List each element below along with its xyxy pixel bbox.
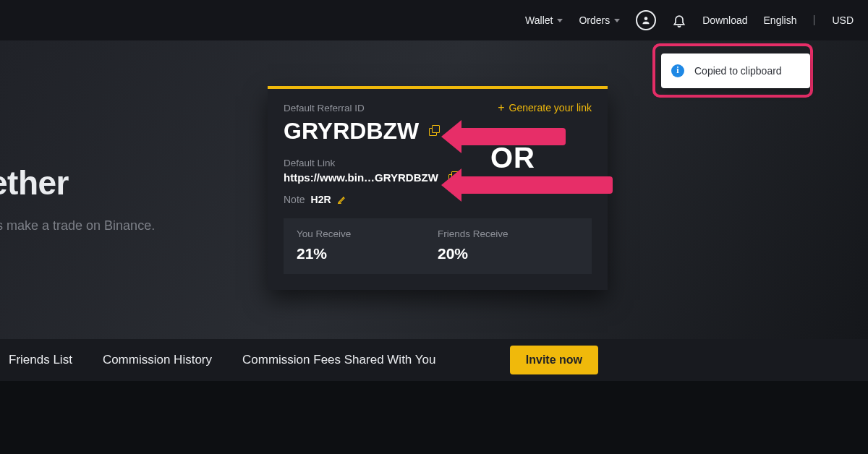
friends-receive-col: Friends Receive 20% bbox=[438, 228, 579, 262]
tab-commission-history[interactable]: Commission History bbox=[103, 353, 212, 367]
nav-wallet[interactable]: Wallet bbox=[525, 14, 563, 26]
svg-point-0 bbox=[644, 17, 648, 20]
referral-id-label: Default Referral ID bbox=[284, 103, 365, 113]
hero-title: ether bbox=[0, 163, 69, 202]
chevron-down-icon bbox=[614, 19, 620, 22]
copied-toast: i Copied to clipboard bbox=[661, 53, 810, 88]
default-link-label: Default Link bbox=[284, 158, 592, 168]
annotation-or-label: OR bbox=[490, 142, 535, 174]
info-icon: i bbox=[671, 64, 684, 77]
content-area bbox=[0, 381, 868, 454]
annotation-arrow-link bbox=[457, 176, 613, 194]
top-nav: Wallet Orders Download English USD bbox=[0, 0, 868, 40]
user-icon bbox=[641, 15, 651, 25]
friends-receive-label: Friends Receive bbox=[438, 228, 579, 239]
generate-link-button[interactable]: + Generate your link bbox=[498, 102, 592, 113]
referral-card-header: Default Referral ID + Generate your link bbox=[284, 102, 592, 113]
nav-orders[interactable]: Orders bbox=[579, 14, 620, 26]
hero-subtitle: ds make a trade on Binance. bbox=[0, 218, 155, 234]
friends-receive-value: 20% bbox=[438, 245, 579, 262]
invite-now-button[interactable]: Invite now bbox=[510, 346, 598, 374]
edit-note-button[interactable] bbox=[337, 194, 347, 205]
nav-language-label: English bbox=[764, 14, 797, 26]
note-row: Note H2R bbox=[284, 194, 592, 205]
pencil-icon bbox=[337, 194, 347, 205]
bell-icon bbox=[672, 13, 686, 27]
default-link-value: https://www.bin…GRYRDBZW bbox=[284, 171, 438, 184]
you-receive-value: 21% bbox=[297, 245, 438, 262]
tab-commission-shared[interactable]: Commission Fees Shared With You bbox=[242, 353, 435, 367]
toast-message: Copied to clipboard bbox=[694, 65, 782, 77]
user-menu[interactable] bbox=[636, 10, 656, 30]
chevron-down-icon bbox=[557, 19, 563, 22]
nav-download[interactable]: Download bbox=[702, 14, 747, 26]
annotation-toast-highlight: i Copied to clipboard bbox=[652, 43, 813, 98]
nav-wallet-label: Wallet bbox=[525, 14, 553, 26]
nav-orders-label: Orders bbox=[579, 14, 610, 26]
referral-id-value: GRYRDBZW bbox=[284, 118, 419, 145]
commission-split: You Receive 21% Friends Receive 20% bbox=[284, 218, 592, 274]
tab-friends-list[interactable]: Friends List bbox=[9, 353, 72, 367]
generate-link-label: Generate your link bbox=[509, 102, 592, 113]
you-receive-label: You Receive bbox=[297, 228, 438, 239]
nav-currency-label: USD bbox=[832, 14, 854, 26]
nav-download-label: Download bbox=[702, 14, 747, 26]
note-label: Note bbox=[284, 194, 305, 205]
notifications-button[interactable] bbox=[672, 13, 686, 27]
nav-language[interactable]: English bbox=[764, 14, 797, 26]
note-value: H2R bbox=[311, 194, 331, 205]
copy-referral-id-button[interactable] bbox=[429, 126, 440, 137]
referral-tabs: Friends List Commission History Commissi… bbox=[0, 339, 868, 381]
nav-currency[interactable]: USD bbox=[832, 14, 854, 26]
nav-divider bbox=[814, 15, 814, 25]
you-receive-col: You Receive 21% bbox=[297, 228, 438, 262]
plus-icon: + bbox=[498, 103, 504, 113]
